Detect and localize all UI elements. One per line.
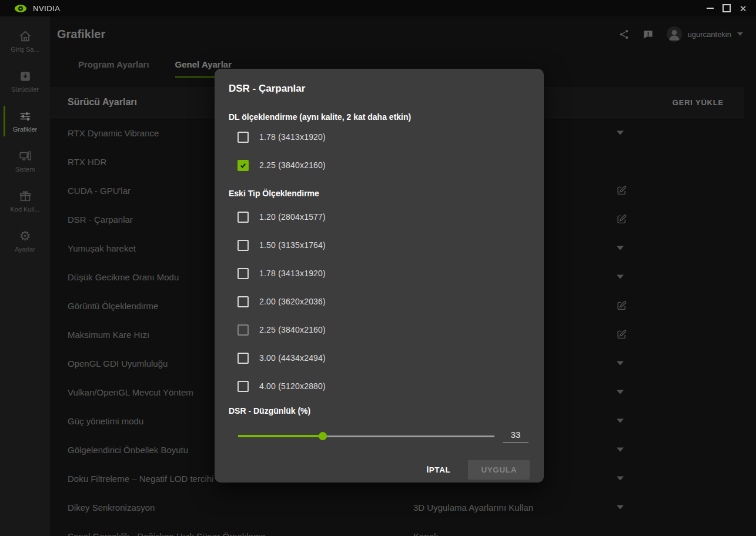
window-controls: ✕ xyxy=(702,0,751,16)
smoothness-label: DSR - Düzgünlük (%) xyxy=(229,405,530,417)
minimize-icon xyxy=(707,8,714,9)
checkbox-option[interactable]: 2.25 (3840x2160) xyxy=(229,151,530,179)
checkbox-unchecked[interactable] xyxy=(237,212,249,223)
checkbox-checked[interactable] xyxy=(237,160,249,171)
titlebar: NVIDIA ✕ xyxy=(0,0,756,16)
dialog-title: DSR - Çarpanlar xyxy=(229,82,530,96)
checkbox-unchecked[interactable] xyxy=(237,240,249,251)
checkbox-option[interactable]: 1.20 (2804x1577) xyxy=(229,203,530,231)
check-icon xyxy=(239,162,247,169)
apply-button[interactable]: UYGULA xyxy=(468,460,530,480)
legacy-scaling-section-label: Eski Tip Ölçeklendirme xyxy=(229,187,530,199)
checkbox-option[interactable]: 2.00 (3620x2036) xyxy=(229,287,530,316)
maximize-button[interactable] xyxy=(718,0,735,16)
smoothness-value-input[interactable]: 33 xyxy=(503,430,528,443)
smoothness-slider[interactable] xyxy=(238,431,494,441)
nvidia-logo-icon xyxy=(14,4,27,13)
checkbox-disabled xyxy=(237,324,249,336)
minimize-button[interactable] xyxy=(702,0,718,16)
checkbox-option-disabled: 2.25 (3840x2160) xyxy=(229,316,530,344)
checkbox-option[interactable]: 3.00 (4434x2494) xyxy=(229,344,530,372)
checkbox-option[interactable]: 1.78 (3413x1920) xyxy=(229,123,530,151)
checkbox-option[interactable]: 4.00 (5120x2880) xyxy=(229,372,530,400)
checkbox-unchecked[interactable] xyxy=(237,296,249,307)
checkbox-option[interactable]: 1.50 (3135x1764) xyxy=(229,231,530,259)
close-icon: ✕ xyxy=(740,4,747,13)
checkbox-unchecked[interactable] xyxy=(237,353,249,364)
checkbox-unchecked[interactable] xyxy=(237,381,249,392)
nvidia-app-window: NVIDIA ✕ Giriş Sa... Sürücüler Grafikler xyxy=(0,0,756,536)
app-title: NVIDIA xyxy=(33,4,60,13)
dsr-factors-dialog: DSR - Çarpanlar DL ölçeklendirme (aynı k… xyxy=(215,69,544,483)
cancel-button[interactable]: İPTAL xyxy=(426,465,450,474)
dl-scaling-section-label: DL ölçeklendirme (aynı kalite, 2 kat dah… xyxy=(229,111,530,123)
close-button[interactable]: ✕ xyxy=(735,0,751,16)
checkbox-unchecked[interactable] xyxy=(237,268,249,279)
slider-thumb[interactable] xyxy=(319,432,327,440)
checkbox-unchecked[interactable] xyxy=(237,132,249,143)
maximize-icon xyxy=(722,4,731,12)
checkbox-option[interactable]: 1.78 (3413x1920) xyxy=(229,259,530,287)
slider-fill xyxy=(238,435,323,437)
